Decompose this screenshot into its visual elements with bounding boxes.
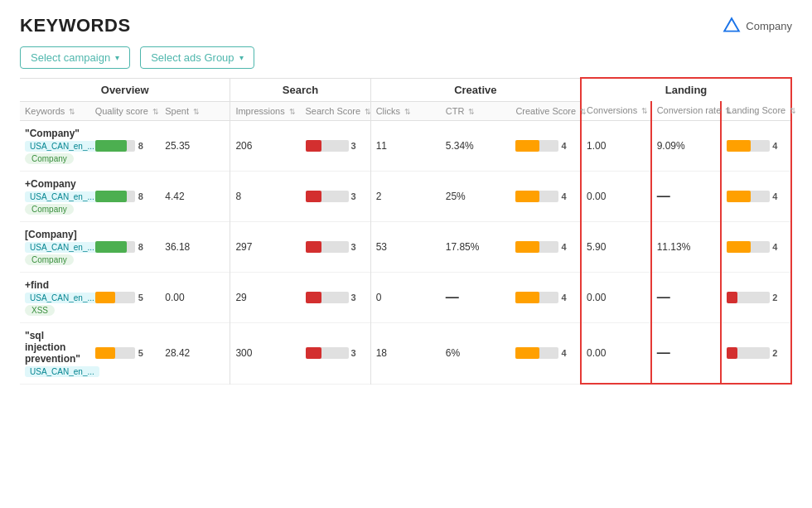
- sort-icon[interactable]: ⇅: [289, 108, 296, 116]
- search-bar-bg: [306, 292, 349, 303]
- sort-icon[interactable]: ⇅: [580, 108, 587, 116]
- clicks-col-header: Clicks ⇅: [370, 101, 441, 120]
- quality-bar-bg: [95, 140, 135, 152]
- keywords-table: Overview Search Creative Landing Keyword…: [20, 77, 792, 385]
- conversions-cell: 0.00: [581, 322, 651, 384]
- search-bar-fill: [306, 140, 321, 152]
- spent-value: 28.42: [165, 347, 190, 359]
- search-score-cell: 3: [301, 272, 371, 322]
- clicks-value: 53: [376, 241, 387, 253]
- conversion-rate-cell: 9.09%: [651, 120, 722, 171]
- search-bar-bg: [306, 140, 349, 152]
- creative-score-cell: 4: [510, 221, 581, 272]
- quality-bar-bg: [95, 347, 135, 359]
- table-row: "Company" USA_CAN_en_... Company 8 25.35…: [20, 120, 791, 171]
- chevron-down-icon: ▾: [115, 53, 119, 62]
- campaign-select[interactable]: Select campaign ▾: [20, 46, 130, 69]
- creative-score-bar: 4: [515, 191, 575, 202]
- quality-bar-bg: [95, 292, 135, 303]
- conversion-rate-cell: —: [651, 272, 722, 322]
- landing-bar-bg: [727, 347, 770, 359]
- impressions-value: 29: [235, 292, 246, 303]
- sort-icon[interactable]: ⇅: [641, 107, 648, 115]
- search-score-value: 3: [351, 141, 358, 151]
- sort-icon[interactable]: ⇅: [152, 108, 159, 116]
- landing-bar-fill: [727, 191, 751, 202]
- landing-bar-fill: [727, 347, 737, 359]
- landing-score-value: 4: [772, 191, 779, 201]
- landing-score-col-header: Landing Score ⇅: [721, 101, 791, 120]
- search-score-cell: 3: [301, 171, 371, 221]
- ctr-value: 17.85%: [446, 241, 480, 253]
- sort-icon[interactable]: ⇅: [193, 108, 200, 116]
- quality-score-bar: 8: [95, 140, 156, 152]
- search-score-cell: 3: [301, 221, 371, 272]
- creative-score-col-header: Creative Score ⇅: [510, 101, 581, 120]
- creative-bar-bg: [515, 241, 558, 253]
- dash: —: [657, 346, 670, 360]
- sort-icon[interactable]: ⇅: [404, 108, 411, 116]
- creative-score-value: 4: [561, 293, 568, 302]
- company-info: Company: [723, 17, 792, 35]
- sort-icon[interactable]: ⇅: [365, 108, 371, 116]
- impressions-value: 297: [235, 241, 252, 253]
- sort-icon[interactable]: ⇅: [69, 108, 75, 116]
- page-title: KEYWORDS: [20, 15, 131, 36]
- quality-score-bar: 5: [95, 292, 156, 303]
- landing-score-value: 4: [772, 242, 779, 252]
- impressions-cell: 300: [230, 322, 301, 384]
- ads-group-select[interactable]: Select ads Group ▾: [140, 46, 254, 69]
- quality-score-value: 8: [138, 191, 147, 201]
- table-row: +find USA_CAN_en_... XSS 5 0.0029 3 0— 4…: [20, 272, 791, 322]
- page-header: KEYWORDS Company: [0, 0, 812, 46]
- search-score-bar: 3: [306, 347, 365, 359]
- landing-bar-bg: [727, 191, 770, 202]
- search-bar-fill: [306, 241, 321, 253]
- search-score-value: 3: [351, 191, 358, 201]
- creative-score-bar: 4: [515, 347, 575, 359]
- search-bar-bg: [306, 191, 349, 202]
- impressions-col-header: Impressions ⇅: [230, 101, 301, 120]
- sort-icon[interactable]: ⇅: [790, 107, 796, 115]
- quality-score-bar: 5: [95, 347, 156, 359]
- spent-cell: 0.00: [160, 272, 230, 322]
- landing-score-bar: 4: [727, 241, 785, 253]
- quality-score-bar: 8: [95, 241, 156, 253]
- keyword-cell: +Company USA_CAN_en_... Company: [20, 171, 90, 221]
- conversion-rate-col-header: Conversion rate ⇅: [651, 101, 722, 120]
- table-row: +Company USA_CAN_en_... Company 8 4.428 …: [20, 171, 791, 221]
- impressions-cell: 29: [230, 272, 301, 322]
- conversions-cell: 0.00: [581, 272, 651, 322]
- ctr-cell: 6%: [441, 322, 511, 384]
- ctr-cell: —: [441, 272, 511, 322]
- table-row: "sql injection prevention" USA_CAN_en_..…: [20, 322, 791, 384]
- conversions-cell: 1.00: [581, 120, 651, 171]
- impressions-value: 8: [235, 191, 241, 202]
- clicks-value: 2: [376, 191, 382, 202]
- spent-cell: 28.42: [160, 322, 230, 384]
- landing-score-value: 2: [772, 293, 779, 302]
- landing-bar-fill: [727, 292, 737, 303]
- ctr-value: 6%: [446, 347, 460, 359]
- svg-marker-0: [725, 18, 740, 31]
- quality-bar-fill: [95, 241, 127, 253]
- landing-score-cell: 4: [721, 221, 791, 272]
- creative-bar-fill: [515, 140, 539, 152]
- conversion-rate-cell: —: [651, 322, 722, 384]
- impressions-cell: 8: [230, 171, 301, 221]
- keyword-tag: USA_CAN_en_...: [25, 366, 99, 377]
- keyword-tag: USA_CAN_en_...: [25, 191, 99, 202]
- clicks-cell: 2: [370, 171, 441, 221]
- conversion-rate-cell: 11.13%: [651, 221, 722, 272]
- conversion-rate-cell: —: [651, 171, 722, 221]
- sort-icon[interactable]: ⇅: [468, 108, 475, 116]
- keyword-label: Company: [25, 254, 74, 265]
- quality-score-value: 8: [138, 141, 147, 151]
- impressions-value: 206: [235, 140, 252, 152]
- search-bar-fill: [306, 292, 321, 303]
- creative-score-value: 4: [561, 348, 568, 358]
- search-score-bar: 3: [306, 191, 365, 202]
- quality-bar-fill: [95, 191, 127, 202]
- landing-bar-fill: [727, 140, 751, 152]
- quality-score-cell: 8: [90, 171, 161, 221]
